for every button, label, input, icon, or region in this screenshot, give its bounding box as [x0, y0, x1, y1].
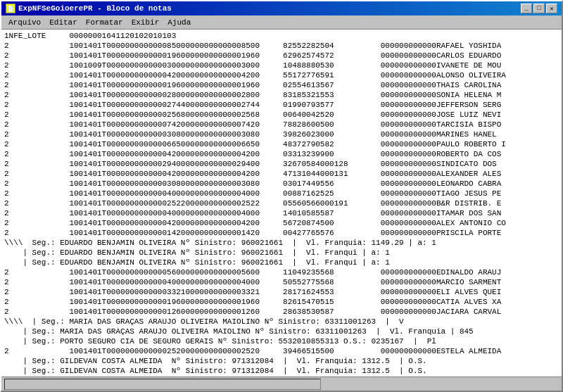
app-icon: 📄	[6, 4, 15, 13]
content-area: 1NFE_LOTE 00000001641120102010103 2 1001…	[1, 30, 562, 377]
minimize-button[interactable]: _	[521, 4, 532, 13]
close-button[interactable]: ✕	[546, 4, 557, 13]
menu-item-editar[interactable]: Editar	[45, 18, 82, 27]
menu-item-arquivo[interactable]: Arquivo	[4, 18, 45, 27]
status-item	[4, 379, 321, 390]
menu-item-formatar[interactable]: Formatar	[82, 18, 127, 27]
title-bar-left: 📄 ExpNFSeGoioerePR - Bloco de notas	[6, 4, 172, 13]
window-controls: _ □ ✕	[521, 4, 557, 13]
text-editor[interactable]: 1NFE_LOTE 00000001641120102010103 2 1001…	[1, 30, 562, 377]
menu-bar: ArquivoEditarFormatarExibirAjuda	[1, 15, 562, 30]
status-bar	[1, 377, 562, 391]
menu-item-ajuda[interactable]: Ajuda	[163, 18, 195, 27]
title-bar: 📄 ExpNFSeGoioerePR - Bloco de notas _ □ …	[1, 1, 562, 15]
menu-item-exibir[interactable]: Exibir	[127, 18, 164, 27]
main-window: 📄 ExpNFSeGoioerePR - Bloco de notas _ □ …	[0, 0, 563, 392]
window-title: ExpNFSeGoioerePR - Bloco de notas	[18, 4, 172, 13]
maximize-button[interactable]: □	[533, 4, 545, 13]
